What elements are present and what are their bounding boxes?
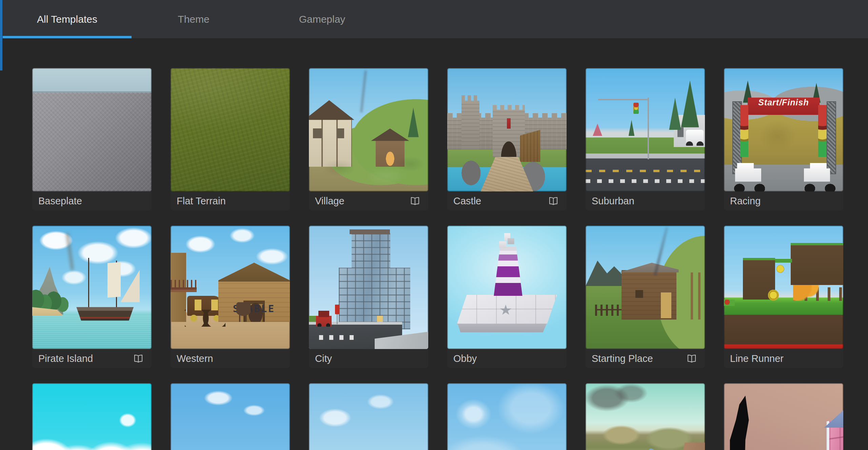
thumbnail-art-shape (75, 307, 135, 321)
template-thumbnail-line-runner[interactable] (724, 226, 843, 349)
template-card-village[interactable]: Village (309, 68, 428, 210)
thumbnail-art-shape (674, 115, 705, 147)
template-card-racing[interactable]: Start/Finish Racing (724, 68, 843, 210)
thumbnail-art-shape (335, 305, 339, 324)
thumbnail-art-shape (32, 307, 63, 315)
template-thumbnail-racing[interactable]: Start/Finish (724, 68, 843, 191)
template-thumbnail-sky-clouds[interactable] (32, 383, 152, 450)
template-name-label: Western (177, 353, 213, 364)
template-name-label: Pirate Island (38, 353, 93, 364)
thumbnail-art-shape (236, 302, 251, 322)
thumbnail-art-shape (743, 258, 775, 300)
guide-book-icon (548, 197, 558, 206)
template-thumbnail-village[interactable] (309, 68, 428, 191)
template-thumbnail-castle[interactable] (447, 68, 567, 191)
thumbnail-art-shape (171, 253, 186, 322)
template-thumbnail-obby[interactable] (447, 226, 567, 349)
template-thumbnail-canyon-aerial[interactable] (586, 383, 705, 450)
thumbnail-art-shape (586, 258, 633, 286)
template-name-label: Baseplate (38, 196, 82, 207)
template-name-label: Flat Terrain (177, 196, 226, 207)
tab-all-templates[interactable]: All Templates (3, 0, 132, 38)
template-card-line-runner[interactable]: Line Runner (724, 226, 843, 368)
template-card-obby[interactable]: Obby (447, 226, 567, 368)
template-thumbnail-western[interactable]: STABLE (171, 226, 290, 349)
guide-book-icon (133, 354, 143, 363)
template-thumbnail-pirate-island[interactable] (32, 226, 152, 349)
template-card-baseplate[interactable]: Baseplate (32, 68, 152, 210)
template-card-pirate-island[interactable]: Pirate Island (32, 226, 152, 368)
template-thumbnail-clock-tower[interactable] (724, 383, 843, 450)
template-thumbnail-watchtower[interactable] (309, 383, 428, 450)
template-thumbnail-suburban[interactable] (586, 68, 705, 191)
template-card-footer: Baseplate (32, 191, 152, 210)
template-card-footer: Castle (447, 191, 567, 210)
thumbnail-art-shape (818, 105, 827, 157)
template-card-footer: Village (309, 191, 428, 210)
thumbnail-art-shape (740, 105, 749, 157)
template-card-clock-tower[interactable] (724, 383, 843, 450)
template-card-flat-terrain[interactable]: Flat Terrain (171, 68, 290, 210)
thumbnail-art-shape (776, 265, 784, 273)
template-thumbnail-city[interactable] (309, 226, 428, 349)
template-thumbnail-baseplate[interactable] (32, 68, 152, 191)
thumbnail-art-shape (32, 290, 90, 314)
thumbnail-art-shape (494, 247, 522, 296)
thumbnail-art-shape (339, 233, 410, 329)
thumbnail-art-shape (32, 92, 152, 191)
template-name-label: Suburban (592, 196, 634, 207)
thumbnail-art-shape (791, 243, 843, 285)
thumbnail-art-shape (371, 128, 409, 141)
thumbnail-art-shape (676, 443, 705, 450)
template-thumbnail-red-building[interactable] (171, 383, 290, 450)
thumbnail-art-shape (309, 118, 352, 167)
tab-theme[interactable]: Theme (132, 0, 256, 38)
template-thumbnail-starting-place[interactable] (586, 226, 705, 349)
thumbnail-art-shape (824, 410, 843, 428)
template-name-label: Line Runner (730, 353, 784, 364)
tab-gameplay[interactable]: Gameplay (256, 0, 389, 38)
thumbnail-art-shape (408, 107, 419, 137)
template-card-sky-clouds[interactable] (32, 383, 152, 450)
thumbnail-art-shape (622, 270, 676, 320)
template-card-castle[interactable]: Castle (447, 68, 567, 210)
template-card-footer: Racing (724, 191, 843, 210)
template-name-label: Castle (453, 196, 481, 207)
thumbnail-art-shape (185, 310, 225, 327)
template-card-footer: City (309, 349, 428, 368)
thumbnail-art-shape (827, 101, 836, 174)
template-name-label: Starting Place (592, 353, 653, 364)
thumbnail-art-shape (32, 263, 92, 314)
thumbnail-art-shape (661, 292, 672, 318)
thumbnail-art-shape (350, 229, 390, 234)
thumbnail-art-shape (171, 68, 290, 191)
template-thumbnail-blue-sky-sun[interactable] (447, 383, 567, 450)
thumbnail-art-shape (376, 138, 404, 167)
template-card-western[interactable]: STABLE Western (171, 226, 290, 368)
template-card-starting-place[interactable]: Starting Place (586, 226, 705, 368)
thumbnail-art-shape (827, 419, 843, 450)
thumbnail-art-shape (316, 311, 332, 327)
thumbnail-art-shape (447, 113, 567, 118)
template-card-watchtower[interactable] (309, 383, 428, 450)
template-card-suburban[interactable]: Suburban (586, 68, 705, 210)
template-card-blue-sky-sun[interactable] (447, 383, 567, 450)
thumbnail-art-shape (32, 91, 152, 93)
thumbnail-art-shape (171, 280, 197, 292)
thumbnail-art-shape (768, 290, 779, 301)
template-tab-bar: All Templates Theme Gameplay (0, 0, 868, 38)
thumbnail-art-shape (626, 447, 658, 450)
template-card-footer: Line Runner (724, 349, 843, 368)
template-thumbnail-flat-terrain[interactable] (171, 68, 290, 191)
guide-book-icon (687, 354, 697, 363)
template-card-canyon-aerial[interactable] (586, 383, 705, 450)
thumbnail-art-shape (493, 105, 525, 157)
thumbnail-art-shape (120, 270, 139, 302)
template-card-footer: Pirate Island (32, 349, 152, 368)
template-card-city[interactable]: City (309, 226, 428, 368)
thumbnail-art-shape (520, 130, 540, 162)
template-card-red-building[interactable] (171, 383, 290, 450)
template-card-footer: Starting Place (586, 349, 705, 368)
template-card-footer: Western (171, 349, 290, 368)
thumbnail-art-shape: STABLE (218, 263, 290, 322)
